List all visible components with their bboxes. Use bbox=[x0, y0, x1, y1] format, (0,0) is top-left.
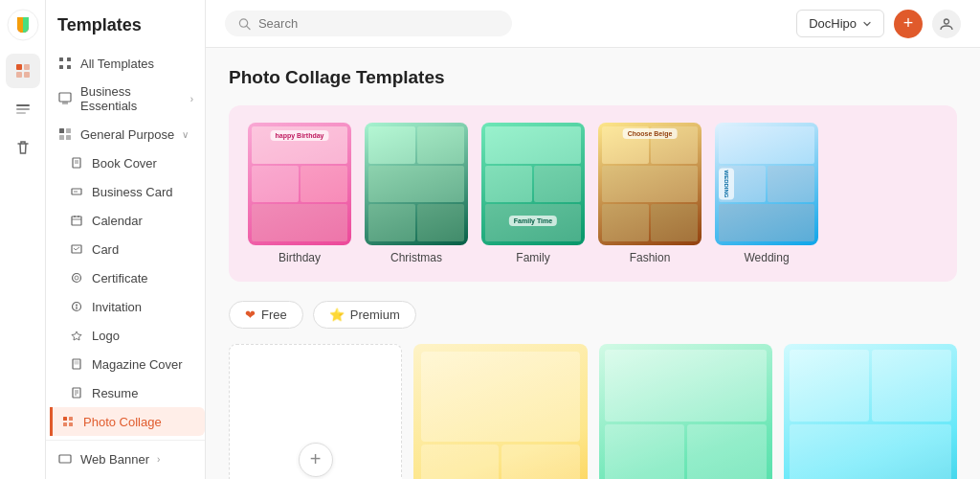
business-essentials-label: Business Essentials bbox=[80, 84, 183, 113]
business-essentials-icon bbox=[57, 91, 73, 106]
svg-rect-17 bbox=[66, 135, 71, 140]
filter-premium-button[interactable]: ⭐ Premium bbox=[313, 301, 416, 329]
business-card-label: Business Card bbox=[92, 185, 173, 199]
sidebar-item-all-templates[interactable]: All Templates bbox=[46, 49, 205, 78]
invitation-label: Invitation bbox=[92, 300, 142, 314]
web-banner-arrow: › bbox=[157, 454, 160, 465]
wedding-label: Wedding bbox=[744, 251, 789, 264]
svg-rect-43 bbox=[59, 455, 71, 463]
sidebar-item-card[interactable]: Card bbox=[61, 235, 205, 263]
general-purpose-arrow: ∨ bbox=[182, 129, 189, 140]
sidebar-title: Templates bbox=[57, 15, 193, 35]
svg-rect-16 bbox=[59, 135, 64, 140]
christmas-label: Christmas bbox=[390, 251, 442, 264]
business-essentials-arrow: › bbox=[190, 94, 193, 104]
category-wedding[interactable]: WEDDING Wedding bbox=[715, 123, 818, 264]
sidebar-item-logo[interactable]: Logo bbox=[61, 321, 205, 350]
category-christmas[interactable]: Christmas bbox=[365, 123, 468, 264]
business-card-icon bbox=[69, 184, 84, 199]
user-icon bbox=[939, 16, 954, 32]
certificate-label: Certificate bbox=[92, 271, 148, 285]
family-thumb: Family Time bbox=[481, 123, 585, 245]
content-area: DocHipo + Photo Collage Templates bbox=[206, 0, 980, 479]
sidebar-item-web-banner[interactable]: Web Banner › bbox=[46, 445, 205, 473]
magazine-cover-label: Magazine Cover bbox=[92, 357, 183, 372]
category-family[interactable]: Family Time Family bbox=[481, 123, 585, 264]
template-card-family-moments[interactable]: Family Moments bbox=[784, 344, 957, 479]
logo-icon bbox=[69, 328, 84, 343]
category-fashion[interactable]: Choose Beige Fashion bbox=[598, 123, 702, 264]
svg-rect-8 bbox=[59, 57, 63, 61]
create-button[interactable]: + bbox=[894, 10, 923, 38]
svg-rect-6 bbox=[16, 108, 30, 110]
sidebar-item-resume[interactable]: Resume bbox=[61, 378, 205, 407]
svg-rect-32 bbox=[76, 307, 77, 309]
book-cover-icon bbox=[69, 155, 84, 171]
user-avatar-button[interactable] bbox=[932, 10, 961, 38]
magazine-cover-icon bbox=[69, 356, 84, 372]
sidebar-item-photo-collage[interactable]: Photo Collage bbox=[50, 407, 205, 436]
photo-collage-label: Photo Collage bbox=[83, 415, 162, 429]
icon-projects[interactable] bbox=[6, 92, 40, 126]
sidebar-item-invitation[interactable]: Invitation bbox=[61, 292, 205, 321]
premium-label: Premium bbox=[350, 308, 400, 322]
svg-rect-14 bbox=[59, 128, 64, 133]
sidebar-item-calendar[interactable]: Calendar bbox=[61, 206, 205, 235]
category-row: happy Birthday Birthday bbox=[248, 123, 938, 264]
svg-rect-40 bbox=[69, 417, 73, 421]
calendar-label: Calendar bbox=[92, 214, 143, 228]
dochipo-label: DocHipo bbox=[809, 16, 857, 31]
calendar-icon bbox=[69, 213, 84, 228]
invitation-icon bbox=[69, 299, 84, 314]
category-section: happy Birthday Birthday bbox=[229, 105, 957, 282]
svg-rect-23 bbox=[72, 217, 81, 225]
icon-trash[interactable] bbox=[6, 130, 40, 165]
category-birthday[interactable]: happy Birthday Birthday bbox=[248, 123, 351, 264]
filter-bar: ❤ Free ⭐ Premium bbox=[229, 301, 957, 329]
template-card-green-family[interactable]: Family bbox=[599, 344, 772, 479]
search-box[interactable] bbox=[225, 11, 512, 36]
svg-rect-39 bbox=[63, 417, 67, 421]
svg-point-51 bbox=[945, 19, 949, 24]
certificate-icon bbox=[69, 270, 84, 285]
christmas-thumb bbox=[365, 123, 468, 245]
search-input[interactable] bbox=[258, 16, 499, 31]
svg-rect-7 bbox=[16, 112, 26, 114]
general-purpose-subnav: Book Cover Business Card Calendar Card bbox=[46, 148, 205, 436]
sidebar-item-book-cover[interactable]: Book Cover bbox=[61, 148, 205, 177]
sidebar-group-general-purpose[interactable]: General Purpose ∨ bbox=[46, 120, 205, 148]
happy-family-content: Happy Family bbox=[413, 344, 587, 479]
filter-free-button[interactable]: ❤ Free bbox=[229, 301, 303, 329]
left-icon-strip bbox=[0, 0, 46, 479]
left-nav-panel: Templates All Templates Business Essenti… bbox=[46, 0, 206, 479]
sidebar-item-business-card[interactable]: Business Card bbox=[61, 177, 205, 206]
sidebar-item-business-essentials[interactable]: Business Essentials › bbox=[46, 78, 205, 120]
svg-rect-13 bbox=[62, 102, 68, 104]
template-card-add[interactable]: + bbox=[229, 344, 402, 479]
svg-rect-10 bbox=[59, 65, 63, 69]
resume-icon bbox=[69, 385, 84, 400]
icon-templates[interactable] bbox=[6, 54, 40, 88]
svg-rect-1 bbox=[16, 64, 22, 70]
general-purpose-icon bbox=[57, 126, 73, 142]
family-moments-grid: Family Moments bbox=[784, 344, 957, 479]
web-banner-label: Web Banner bbox=[80, 452, 149, 467]
sidebar-item-magazine-cover[interactable]: Magazine Cover bbox=[61, 350, 205, 378]
svg-rect-5 bbox=[16, 104, 30, 106]
svg-rect-42 bbox=[69, 422, 73, 426]
svg-point-31 bbox=[76, 305, 78, 307]
dochipo-button[interactable]: DocHipo bbox=[796, 10, 884, 37]
sidebar-item-social-graphic[interactable]: Social Graphic › bbox=[46, 473, 205, 479]
app-logo[interactable] bbox=[6, 8, 40, 42]
fashion-thumb: Choose Beige bbox=[598, 123, 702, 245]
sidebar-item-certificate[interactable]: Certificate bbox=[61, 263, 205, 292]
fashion-label: Fashion bbox=[630, 251, 671, 264]
main-content: Photo Collage Templates happ bbox=[206, 48, 980, 479]
svg-rect-41 bbox=[63, 422, 67, 426]
wedding-thumb: WEDDING bbox=[715, 123, 818, 245]
topbar: DocHipo + bbox=[206, 0, 980, 48]
svg-rect-2 bbox=[24, 64, 30, 70]
free-heart-icon: ❤ bbox=[245, 308, 256, 322]
family-label: Family bbox=[516, 251, 549, 264]
template-card-happy-family[interactable]: Happy Family bbox=[413, 344, 587, 479]
